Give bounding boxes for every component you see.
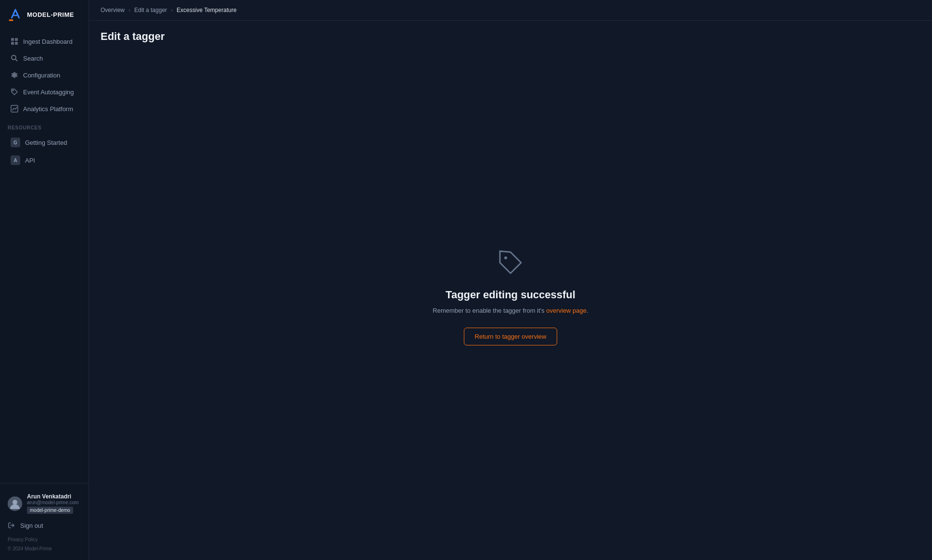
svg-rect-3 xyxy=(15,42,18,45)
sidebar-item-analytics-platform[interactable]: Analytics Platform xyxy=(3,101,86,117)
getting-started-badge: G xyxy=(11,138,20,147)
sidebar-item-getting-started[interactable]: G Getting Started xyxy=(3,134,86,151)
app-name: MODEL-PRIME xyxy=(27,11,74,18)
config-icon xyxy=(11,71,18,79)
sidebar-item-label: Analytics Platform xyxy=(23,105,73,113)
svg-point-9 xyxy=(13,500,17,505)
main-nav: Ingest Dashboard Search Configuration Ev… xyxy=(0,29,89,483)
breadcrumb-sep-2: › xyxy=(171,7,173,13)
sidebar-item-api[interactable]: A API xyxy=(3,152,86,169)
logo-icon xyxy=(8,7,23,22)
svg-rect-2 xyxy=(11,42,14,45)
resources-label: Resources xyxy=(0,117,89,133)
user-area: Arun Venkatadri arun@model-prime.com mod… xyxy=(8,489,81,518)
breadcrumb-overview[interactable]: Overview xyxy=(101,7,125,13)
copyright: © 2024 Model-Prime xyxy=(8,546,52,551)
overview-page-link[interactable]: overview page xyxy=(546,307,587,314)
success-area: Tagger editing successful Remember to en… xyxy=(89,31,932,560)
sidebar-item-search[interactable]: Search xyxy=(3,50,86,66)
sidebar: MODEL-PRIME Ingest Dashboard Search xyxy=(0,0,89,560)
sidebar-item-label: Getting Started xyxy=(25,139,67,146)
sidebar-item-label: Search xyxy=(23,55,43,62)
success-title: Tagger editing successful xyxy=(446,289,575,301)
sidebar-item-label: Configuration xyxy=(23,72,60,79)
breadcrumb-current: Excessive Temperature xyxy=(177,7,237,13)
svg-rect-0 xyxy=(11,38,14,41)
breadcrumb: Overview › Edit a tagger › Excessive Tem… xyxy=(89,0,932,21)
dashboard-icon xyxy=(11,38,18,45)
avatar xyxy=(8,496,22,511)
svg-line-5 xyxy=(15,59,17,61)
tag-success-icon xyxy=(495,246,526,277)
success-description: Remember to enable the tagger from it's … xyxy=(433,307,588,314)
sidebar-bottom: Arun Venkatadri arun@model-prime.com mod… xyxy=(0,483,89,560)
svg-rect-1 xyxy=(15,38,18,41)
breadcrumb-edit-tagger[interactable]: Edit a tagger xyxy=(134,7,167,13)
success-desc-suffix: . xyxy=(587,307,588,314)
user-info: Arun Venkatadri arun@model-prime.com mod… xyxy=(27,493,81,514)
svg-point-11 xyxy=(504,256,507,259)
sign-out-label: Sign out xyxy=(20,522,43,529)
privacy-policy-link[interactable]: Privacy Policy xyxy=(8,537,81,542)
search-icon xyxy=(11,54,18,62)
api-badge: A xyxy=(11,155,20,165)
breadcrumb-sep-1: › xyxy=(128,7,130,13)
user-name: Arun Venkatadri xyxy=(27,493,81,500)
sidebar-item-event-autotagging[interactable]: Event Autotagging xyxy=(3,84,86,100)
sign-out-icon xyxy=(8,522,15,529)
user-org: model-prime-demo xyxy=(27,507,73,514)
main-content: Overview › Edit a tagger › Excessive Tem… xyxy=(89,0,932,560)
sidebar-footer: Privacy Policy © 2024 Model-Prime xyxy=(8,533,81,554)
user-email: arun@model-prime.com xyxy=(27,500,81,505)
sidebar-item-label: API xyxy=(25,157,35,164)
sidebar-item-label: Event Autotagging xyxy=(23,89,74,96)
sidebar-item-label: Ingest Dashboard xyxy=(23,38,73,45)
success-desc-prefix: Remember to enable the tagger from it's xyxy=(433,307,546,314)
sidebar-item-ingest-dashboard[interactable]: Ingest Dashboard xyxy=(3,33,86,50)
svg-point-6 xyxy=(13,90,13,91)
return-to-tagger-overview-button[interactable]: Return to tagger overview xyxy=(464,328,558,345)
sign-out-button[interactable]: Sign out xyxy=(8,518,81,533)
tag-nav-icon xyxy=(11,88,18,96)
analytics-icon xyxy=(11,105,18,113)
svg-point-4 xyxy=(12,55,16,60)
logo-area[interactable]: MODEL-PRIME xyxy=(0,0,89,29)
tag-icon-container xyxy=(495,246,526,279)
sidebar-item-configuration[interactable]: Configuration xyxy=(3,67,86,83)
